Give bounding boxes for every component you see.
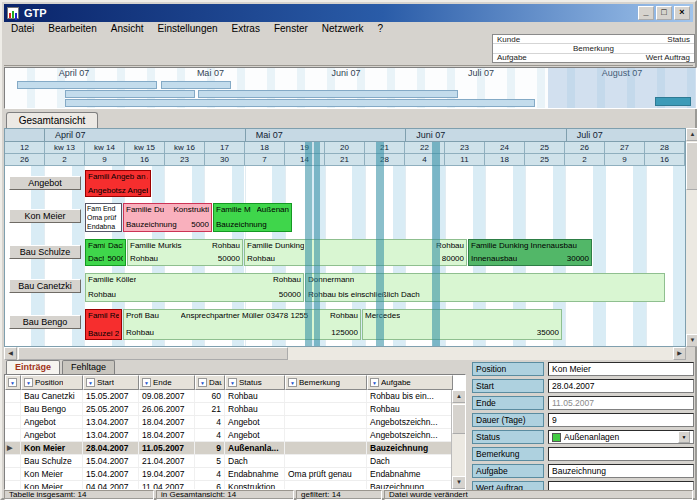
scroll-left-icon[interactable]: ◀: [4, 347, 17, 360]
timeline-overview[interactable]: April 07Mai 07Juni 07Juli 07August 07: [4, 67, 697, 109]
gantt-bar[interactable]: Mercedes35000: [362, 309, 562, 340]
scroll-up-icon[interactable]: ▲: [452, 390, 466, 403]
gantt-bar[interactable]: Familie Dunking InnenausbauInnenausbau30…: [468, 239, 592, 266]
table-row[interactable]: Angebot13.04.200718.04.20074AngebotAngeb…: [5, 416, 465, 429]
form-field[interactable]: 11.05.2007: [548, 396, 694, 410]
gantt-bar[interactable]: FamiliDachDach5000: [85, 239, 126, 266]
tab-gesamtansicht[interactable]: Gesamtansicht: [6, 112, 98, 129]
gantt-row-label[interactable]: Bau Canetzki: [9, 279, 81, 293]
menu-item[interactable]: Einstellungen: [151, 23, 225, 34]
filter-icon[interactable]: ▼: [24, 378, 33, 387]
table-row[interactable]: Kon Meier04.04.200711.04.20076Konstrukti…: [5, 481, 465, 490]
column-header[interactable]: ▼Status: [225, 375, 285, 390]
form-field[interactable]: Bauzeichnung: [548, 464, 694, 478]
gantt-row-label[interactable]: Bau Schulze: [9, 245, 81, 259]
filter-icon[interactable]: ▼: [86, 378, 95, 387]
gantt-bar-text: Rohbau: [212, 241, 240, 251]
gantt-week-header: 24: [485, 142, 525, 154]
row-marker: [5, 468, 21, 480]
form-row: PositionKon Meier: [472, 362, 696, 376]
minimize-button[interactable]: _: [638, 6, 654, 20]
gantt-bar[interactable]: Familie DuKonstruktiBauzeichnung5000: [123, 203, 212, 232]
gantt-horizontal-scrollbar[interactable]: ◀ ▶: [4, 347, 686, 360]
table-cell: 4: [195, 468, 225, 480]
table-row[interactable]: Bau Canetzki15.05.200709.08.200760Rohbau…: [5, 390, 465, 403]
gantt-bar[interactable]: Familie KöllerRohbauRohbau50000: [85, 273, 304, 302]
filter-icon[interactable]: ▼: [198, 378, 207, 387]
overview-bar: [198, 90, 458, 98]
form-field[interactable]: Kon Meier: [548, 362, 694, 376]
column-header[interactable]: ▼Start: [83, 375, 139, 390]
menu-item[interactable]: Netzwerk: [315, 23, 371, 34]
form-field[interactable]: Außenanlagen▼: [548, 430, 694, 444]
form-label: Position: [472, 362, 544, 376]
detail-form: PositionKon MeierStart28.04.2007Ende11.0…: [472, 362, 696, 490]
scrollbar-thumb[interactable]: [686, 142, 697, 190]
gantt-date-header: 25: [525, 154, 565, 166]
form-field[interactable]: 9: [548, 413, 694, 427]
gantt-bar-text: Dach: [108, 241, 123, 251]
row-marker: [5, 481, 21, 490]
scroll-down-icon[interactable]: ▼: [686, 334, 697, 347]
menu-item[interactable]: Extras: [225, 23, 267, 34]
gantt-week-header: kw 16: [165, 142, 205, 154]
close-button[interactable]: ×: [674, 6, 690, 20]
tab-fehltage[interactable]: Fehltage: [62, 360, 115, 374]
form-field[interactable]: 28.04.2007: [548, 379, 694, 393]
column-header[interactable]: ▼Dauer: [195, 375, 225, 390]
absence-column: [376, 142, 384, 346]
chevron-down-icon[interactable]: ▼: [678, 431, 690, 443]
filter-icon[interactable]: ▼: [288, 378, 297, 387]
scroll-down-icon[interactable]: ▼: [452, 476, 466, 489]
gantt-bar-text: Außenan: [257, 205, 289, 215]
filter-icon[interactable]: ▼: [228, 378, 237, 387]
column-header[interactable]: ▼Ende: [139, 375, 195, 390]
column-header[interactable]: ▼Aufgabe: [367, 375, 453, 390]
table-row[interactable]: Bau Bengo25.05.200726.06.200721RohbauRoh…: [5, 403, 465, 416]
form-value: Bauzeichnung: [552, 465, 690, 477]
table-cell: Endabnahme: [367, 468, 453, 480]
form-label: Aufgabe: [472, 464, 544, 478]
filter-icon[interactable]: ▼: [370, 378, 379, 387]
menu-item[interactable]: Fenster: [267, 23, 315, 34]
table-row[interactable]: Bau Schulze15.04.200721.04.20075DachDach: [5, 455, 465, 468]
gantt-bar[interactable]: Familie MAußenanBauzeichnung: [213, 203, 292, 232]
title-bar[interactable]: GTP _ □ ×: [4, 4, 693, 22]
form-value: 9: [552, 414, 690, 426]
form-field[interactable]: [548, 447, 694, 461]
gantt-row-label[interactable]: Bau Bengo: [9, 315, 81, 329]
scrollbar-thumb[interactable]: [452, 404, 466, 434]
gantt-bar[interactable]: Familie MurkisRohbauRohbau50000: [127, 239, 243, 266]
menu-item[interactable]: Bearbeiten: [41, 23, 103, 34]
tab-eintraege[interactable]: Einträge: [6, 360, 60, 374]
filter-icon[interactable]: ▼: [8, 378, 17, 387]
table-row[interactable]: Angebot13.04.200718.04.20074AngebotAngeb…: [5, 429, 465, 442]
gantt-bar[interactable]: DonnermannRohbau bis einschließlich Dach: [305, 273, 665, 302]
maximize-button[interactable]: □: [656, 6, 672, 20]
gantt-row-label[interactable]: Angebot: [9, 176, 81, 190]
gantt-body[interactable]: Famili Angeb an ArclAngebotsz AngebAngeb…: [5, 166, 685, 346]
menu-item[interactable]: Datei: [4, 23, 41, 34]
table-cell: Rohbau bis ein...: [367, 390, 453, 402]
form-value: 28.04.2007: [552, 380, 690, 392]
table-vertical-scrollbar[interactable]: ▲ ▼: [451, 390, 465, 489]
menu-item[interactable]: Ansicht: [104, 23, 151, 34]
gantt-vertical-scrollbar[interactable]: ▲ ▼: [686, 128, 697, 347]
scroll-right-icon[interactable]: ▶: [673, 347, 686, 360]
form-field[interactable]: [548, 481, 694, 490]
column-header[interactable]: ▼Bemerkung: [285, 375, 367, 390]
column-header[interactable]: ▼Position: [21, 375, 83, 390]
table-cell: 11.05.2007: [139, 442, 195, 454]
gantt-bar[interactable]: Fam EndOma prüfEndabna: [85, 203, 122, 232]
gantt-bar[interactable]: Famili Angeb an ArclAngebotsz Angeb: [85, 170, 151, 197]
scrollbar-thumb[interactable]: [18, 347, 288, 360]
menu-item[interactable]: ?: [371, 23, 391, 34]
table-row[interactable]: ▶Kon Meier28.04.200711.05.20079Außenanla…: [5, 442, 465, 455]
gantt-bar[interactable]: Profi BauAnsprechpartner Müller 03478 12…: [123, 309, 361, 340]
gantt-bar[interactable]: Famil RestBauzei 2500: [85, 309, 122, 340]
scroll-up-icon[interactable]: ▲: [686, 128, 697, 141]
table-row[interactable]: Kon Meier15.04.200719.04.20074Endabnahme…: [5, 468, 465, 481]
gantt-row-label[interactable]: Kon Meier: [9, 209, 81, 223]
form-row: Start28.04.2007: [472, 379, 696, 393]
filter-icon[interactable]: ▼: [142, 378, 151, 387]
